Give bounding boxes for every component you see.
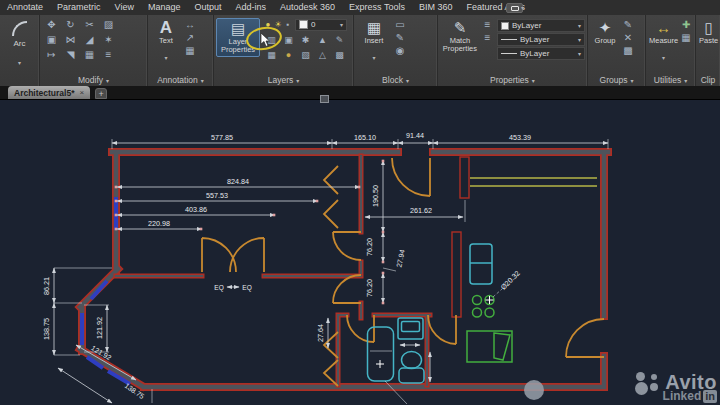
watermark: Avito Linked in	[635, 369, 717, 403]
close-tab-icon[interactable]: ×	[79, 88, 84, 97]
kitchen-window-lines[interactable]	[470, 178, 597, 186]
chevron-down-icon	[406, 75, 409, 85]
object-color-dropdown[interactable]: ByLayer	[497, 19, 585, 32]
multileader-icon[interactable]: ↗	[182, 31, 198, 44]
document-tab-bar: Architectural5* × +	[0, 86, 720, 100]
offset-icon[interactable]: ≡	[99, 48, 118, 63]
bathroom-fixtures[interactable]	[368, 318, 425, 383]
stretch-icon[interactable]: ↦	[42, 48, 61, 63]
floor-plan[interactable]: 577.85 165.10 91.44 453.39 824.84 557.53…	[0, 100, 720, 405]
dim-label: 121.92	[95, 317, 104, 339]
tab-manage[interactable]: Manage	[141, 0, 188, 15]
tab-parametric[interactable]: Parametric	[50, 0, 108, 15]
paste-button[interactable]: ▯ Paste	[698, 18, 719, 47]
ribbon: AnnotateParametricViewManageOutputAdd-in…	[0, 0, 720, 86]
panel-properties: ✎ Match Properties ≡≡ ByLayer ByLayer	[438, 15, 588, 86]
layer-freeze-icon[interactable]: ✱	[297, 33, 314, 48]
dimension-lines[interactable]	[54, 143, 608, 403]
group-edit-icon[interactable]: ✎	[620, 18, 636, 31]
scale-icon[interactable]: ◥	[61, 48, 80, 63]
match-properties-label: Match Properties	[441, 37, 479, 53]
fillet-icon[interactable]: ◢	[80, 33, 99, 48]
tab-annotate[interactable]: Annotate	[0, 0, 50, 15]
array-icon[interactable]: ▦	[80, 48, 99, 63]
panel-label-block[interactable]: Block	[354, 73, 437, 86]
tab-output[interactable]: Output	[187, 0, 228, 15]
layer-select-dropdown[interactable]: 0	[295, 19, 347, 31]
kitchen-wall[interactable]	[452, 232, 461, 317]
panel-label-properties[interactable]: Properties	[438, 73, 587, 86]
quick-calc-icon[interactable]: ▦	[679, 31, 693, 44]
group-selection-icon[interactable]: ▩	[620, 44, 636, 57]
ungroup-icon[interactable]: ✕	[620, 31, 636, 44]
table-icon[interactable]: ▦	[182, 44, 198, 57]
tab-view[interactable]: View	[108, 0, 141, 15]
layer-match-icon[interactable]: ▧	[297, 48, 314, 63]
chevron-down-icon	[578, 35, 581, 44]
interior-walls[interactable]	[116, 156, 469, 385]
divider-wall[interactable]	[460, 157, 469, 198]
text-button[interactable]: A Text	[150, 18, 182, 66]
eq-label: EQ	[242, 284, 251, 292]
toilet-bowl	[402, 352, 422, 369]
linetype-list-icon[interactable]: ≡	[480, 18, 495, 31]
layer-lock-icon[interactable]: ▲	[314, 33, 331, 48]
match-properties-button[interactable]: ✎ Match Properties	[440, 18, 480, 55]
trim-icon[interactable]: ✂	[80, 18, 99, 33]
panel-label-annotation[interactable]: Annotation	[148, 73, 213, 86]
tab-autodesk-360[interactable]: Autodesk 360	[273, 0, 342, 15]
arc-tool-button[interactable]: Arc	[0, 15, 39, 69]
dim-label: 577.85	[211, 133, 233, 142]
linetype-dropdown[interactable]: ByLayer	[497, 33, 585, 46]
panel-label-clipboard[interactable]: Clip	[696, 73, 720, 86]
lineweight-dropdown[interactable]: ByLayer	[497, 47, 585, 60]
create-block-icon[interactable]: ▭	[392, 18, 408, 31]
kitchen-fixtures[interactable]	[467, 296, 512, 363]
layer-isolate-icon[interactable]: ▣	[280, 33, 297, 48]
chevron-down-icon	[201, 75, 204, 85]
document-tab-active[interactable]: Architectural5* ×	[8, 86, 90, 99]
dim-label: 403.86	[185, 205, 207, 214]
edit-block-icon[interactable]: ✎	[392, 31, 408, 44]
layer-walk-icon[interactable]: ▦	[263, 48, 280, 63]
viewport-grip[interactable]	[320, 95, 329, 103]
tab-add-ins[interactable]: Add-ins	[228, 0, 273, 15]
mirror-icon[interactable]: ⋈	[61, 33, 80, 48]
panel-label-modify[interactable]: Modify	[40, 73, 147, 86]
ribbon-panels: Arc ✥↻✂▨▣⋈◢✶↦◥▦≡ Modify A Text	[0, 15, 720, 86]
copy-icon[interactable]: ▣	[42, 33, 61, 48]
chevron-down-icon	[372, 46, 375, 64]
utilities-label: Utilities	[654, 75, 681, 85]
insert-block-icon: ▦	[367, 20, 381, 36]
layer-merge-icon[interactable]: ▩	[331, 48, 348, 63]
panel-label-layers[interactable]: Layers	[214, 73, 353, 86]
counter-sink	[494, 333, 510, 360]
explode-icon[interactable]: ✶	[99, 33, 118, 48]
erase-icon[interactable]: ▨	[99, 18, 118, 33]
panel-label-utilities[interactable]: Utilities	[646, 73, 695, 86]
model-space-canvas[interactable]: 577.85 165.10 91.44 453.39 824.84 557.53…	[0, 100, 720, 405]
screencast-caret-icon[interactable]: ▾	[521, 4, 524, 11]
rotate-icon[interactable]: ↻	[61, 18, 80, 33]
layer-unlock-icon[interactable]: △	[314, 48, 331, 63]
lineweight-list-icon[interactable]: ≡	[480, 31, 495, 44]
fridge[interactable]	[470, 244, 492, 284]
insert-button[interactable]: ▦ Insert	[356, 18, 392, 66]
panel-label-groups[interactable]: Groups	[588, 73, 645, 86]
doors[interactable]	[202, 158, 604, 386]
layer-off-icon[interactable]: ●	[280, 48, 297, 63]
groups-icon-column: ✎✕▩	[620, 18, 636, 57]
layer-state-icon[interactable]: ▪	[283, 19, 293, 31]
measure-button[interactable]: ↔ Measure	[648, 18, 679, 66]
block-attributes-icon[interactable]: ◉	[392, 44, 408, 57]
group-button[interactable]: ✦ Group	[590, 18, 620, 47]
tab-express-tools[interactable]: Express Tools	[342, 0, 412, 15]
arc-caret-icon[interactable]	[18, 51, 21, 69]
id-point-icon[interactable]: ✚	[679, 18, 693, 31]
move-icon[interactable]: ✥	[42, 18, 61, 33]
tab-bim-360[interactable]: BIM 360	[412, 0, 460, 15]
burner	[485, 308, 494, 317]
layer-current-icon[interactable]: ✎	[331, 33, 348, 48]
linear-dimension-icon[interactable]: ↔	[182, 18, 198, 31]
new-tab-button[interactable]: +	[95, 88, 107, 99]
